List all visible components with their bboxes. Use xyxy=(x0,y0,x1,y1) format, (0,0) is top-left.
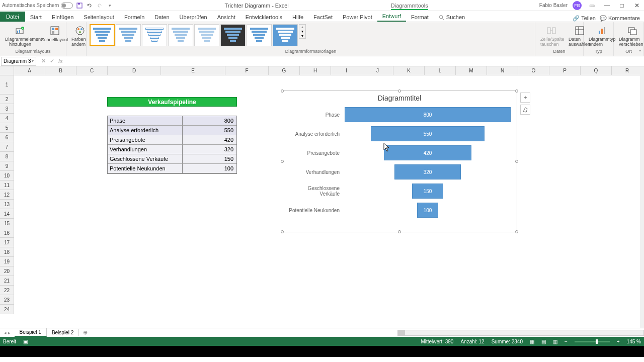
row-header[interactable]: 24 xyxy=(0,305,14,314)
tab-data[interactable]: Daten xyxy=(149,13,174,22)
column-header[interactable]: Q xyxy=(581,66,612,75)
funnel-bar[interactable]: 150 xyxy=(412,184,443,199)
funnel-row[interactable]: Verhandlungen320 xyxy=(287,162,512,182)
table-cell-value[interactable]: 100 xyxy=(183,164,236,173)
column-header[interactable]: K xyxy=(393,66,425,75)
column-header[interactable]: B xyxy=(45,66,76,75)
funnel-bar[interactable]: 320 xyxy=(394,164,461,179)
resize-handle[interactable] xyxy=(398,230,401,233)
autosave-toggle[interactable]: Automatisches Speichern xyxy=(2,3,73,9)
tab-help[interactable]: Hilfe xyxy=(287,13,308,22)
row-header[interactable]: 6 xyxy=(0,133,14,142)
tab-start[interactable]: Start xyxy=(25,13,47,22)
save-icon[interactable] xyxy=(76,2,83,9)
chart-style-5[interactable] xyxy=(194,24,219,46)
close-icon[interactable]: ✕ xyxy=(632,2,642,9)
sheet-grid[interactable]: ABCDEFGHIJKLMNOPQR 123456789101112131415… xyxy=(0,66,644,328)
redo-icon[interactable] xyxy=(96,2,103,9)
column-headers[interactable]: ABCDEFGHIJKLMNOPQR xyxy=(14,66,643,75)
row-header[interactable]: 18 xyxy=(0,247,14,257)
macro-record-icon[interactable]: ▣ xyxy=(23,339,28,344)
view-pagelayout-icon[interactable]: ▤ xyxy=(541,339,546,344)
zoom-slider[interactable] xyxy=(575,341,610,342)
add-chart-element-button[interactable]: + Diagrammelement hinzufügen xyxy=(3,24,37,48)
chart-style-3[interactable] xyxy=(142,24,167,46)
funnel-chart[interactable]: Diagrammtitel Phase800Analyse erforderli… xyxy=(282,90,517,232)
chart-styles-button[interactable] xyxy=(520,105,530,115)
row-header[interactable]: 14 xyxy=(0,209,14,219)
resize-handle[interactable] xyxy=(398,89,401,93)
tab-file[interactable]: Datei xyxy=(0,12,25,22)
column-header[interactable]: G xyxy=(269,66,300,75)
quick-layout-button[interactable]: Schnelllayout xyxy=(39,24,70,43)
chart-styles-gallery[interactable]: ▴ ▾ ▾ xyxy=(90,23,532,49)
row-header[interactable]: 15 xyxy=(0,219,14,228)
tab-insert[interactable]: Einfügen xyxy=(47,13,78,22)
tab-powerpivot[interactable]: Power Pivot xyxy=(338,13,377,22)
gallery-more-icon[interactable]: ▾ xyxy=(299,34,305,38)
table-row[interactable]: Potentielle Neukunden100 xyxy=(108,164,236,173)
row-header[interactable]: 21 xyxy=(0,276,14,286)
view-pagebreak-icon[interactable]: ▥ xyxy=(553,339,557,344)
row-header[interactable]: 3 xyxy=(0,104,14,114)
select-all-corner[interactable] xyxy=(0,66,14,75)
vertical-scrollbar[interactable] xyxy=(640,66,644,328)
row-header[interactable]: 4 xyxy=(0,114,14,123)
zoom-level[interactable]: 145 % xyxy=(627,339,641,344)
comments-button[interactable]: 💬 Kommentare xyxy=(600,15,640,22)
toggle-switch[interactable] xyxy=(61,3,73,9)
undo-icon[interactable] xyxy=(86,2,93,9)
chart-plot-area[interactable]: Phase800Analyse erforderlich550Preisange… xyxy=(282,105,517,220)
ribbon-display-icon[interactable]: ▭ xyxy=(587,2,597,9)
tab-search[interactable]: Suchen xyxy=(434,13,470,22)
column-header[interactable]: O xyxy=(518,66,549,75)
tab-review[interactable]: Überprüfen xyxy=(175,13,212,22)
gallery-down-icon[interactable]: ▾ xyxy=(299,29,305,34)
column-header[interactable]: J xyxy=(362,66,393,75)
collapse-ribbon-icon[interactable]: ⌃ xyxy=(638,49,642,55)
chart-title[interactable]: Diagrammtitel xyxy=(282,91,517,105)
tab-design[interactable]: Entwurf xyxy=(377,12,406,22)
tab-formulas[interactable]: Formeln xyxy=(119,13,149,22)
sheet-tab-1[interactable]: Beispiel 1 xyxy=(15,328,47,337)
funnel-row[interactable]: Analyse erforderlich550 xyxy=(287,124,512,143)
chart-elements-button[interactable]: + xyxy=(520,93,530,103)
qat-dropdown-icon[interactable]: ▾ xyxy=(106,2,113,9)
cancel-formula-icon[interactable]: ✕ xyxy=(41,58,46,64)
resize-handle[interactable] xyxy=(281,89,284,93)
row-headers[interactable]: 123456789101112131415161718192021222324 xyxy=(0,75,14,314)
row-header[interactable]: 13 xyxy=(0,200,14,209)
resize-handle[interactable] xyxy=(281,160,284,163)
table-cell-value[interactable]: 320 xyxy=(183,145,236,154)
row-header[interactable]: 17 xyxy=(0,238,14,247)
table-cell-label[interactable]: Preisangebote xyxy=(108,135,183,145)
table-cell-label[interactable]: Geschlossene Verkäufe xyxy=(108,154,183,164)
funnel-bar[interactable]: 550 xyxy=(371,126,485,141)
table-row[interactable]: Verhandlungen320 xyxy=(108,145,236,154)
name-box[interactable]: Diagramm 3 ▾ xyxy=(1,57,36,66)
row-header[interactable]: 9 xyxy=(0,161,14,171)
column-header[interactable]: D xyxy=(108,66,161,75)
funnel-bar[interactable]: 420 xyxy=(384,145,471,160)
table-cell-value[interactable]: 420 xyxy=(183,135,236,145)
change-chart-type-button[interactable]: Diagrammtyp ändern xyxy=(587,24,618,48)
formula-input[interactable] xyxy=(67,57,644,66)
resize-handle[interactable] xyxy=(281,230,284,233)
column-header[interactable]: E xyxy=(161,66,225,75)
tab-format[interactable]: Format xyxy=(406,13,434,22)
funnel-row[interactable]: Phase800 xyxy=(287,105,512,124)
table-header-val[interactable]: 800 xyxy=(183,116,236,126)
chart-style-1[interactable] xyxy=(90,24,115,46)
row-header[interactable]: 20 xyxy=(0,266,14,276)
tab-dev[interactable]: Entwicklertools xyxy=(240,13,287,22)
column-header[interactable]: N xyxy=(487,66,518,75)
column-header[interactable]: C xyxy=(76,66,108,75)
table-cell-value[interactable]: 550 xyxy=(183,126,236,135)
column-header[interactable]: A xyxy=(14,66,45,75)
funnel-row[interactable]: Geschlossene Verkäufe150 xyxy=(287,182,512,201)
resize-handle[interactable] xyxy=(515,89,518,93)
row-header[interactable]: 23 xyxy=(0,295,14,305)
column-header[interactable]: L xyxy=(425,66,456,75)
row-header[interactable]: 2 xyxy=(0,95,14,104)
funnel-row[interactable]: Preisangebote420 xyxy=(287,143,512,162)
